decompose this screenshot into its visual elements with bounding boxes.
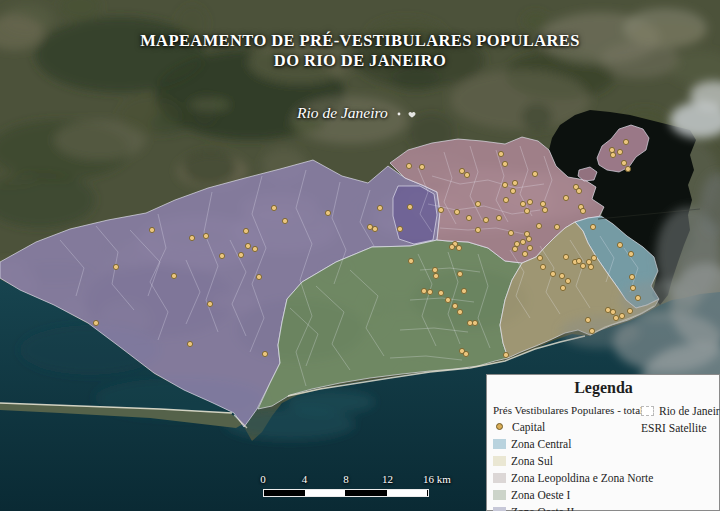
scale-segment <box>304 490 346 496</box>
city-label: Rio de Janeiro <box>297 104 388 122</box>
capital-point <box>203 233 208 238</box>
scale-segment <box>386 490 428 496</box>
scale-bar: 0481216 km <box>263 473 429 497</box>
capital-point <box>617 242 622 247</box>
scale-bar-ticks: 0481216 km <box>263 473 429 487</box>
capital-point <box>452 303 457 308</box>
scale-tick-label: 0 <box>260 473 266 485</box>
map-export: MAPEAMENTO DE PRÉ-VESTIBULARES POPULARES… <box>0 0 720 511</box>
legend-item-label: ESRI Satellite <box>641 422 706 434</box>
capital-point <box>407 204 412 209</box>
capital-point <box>238 252 243 257</box>
capital-point <box>590 224 595 229</box>
capital-point <box>627 308 632 313</box>
zona-leopoldina-e-zona-norte-swatch <box>493 473 506 483</box>
capital-point <box>588 264 593 269</box>
capital-point <box>540 264 545 269</box>
capital-point <box>532 171 537 176</box>
zona-oeste-ii-swatch <box>493 507 506 511</box>
capital-point <box>271 205 276 210</box>
capital-point <box>610 152 615 157</box>
capital-point <box>93 320 98 325</box>
capital-point <box>149 227 154 232</box>
capital-point <box>512 180 517 185</box>
capital-point <box>445 297 450 302</box>
capital-point <box>503 352 508 357</box>
rio-de-janeiro-boundary-swatch <box>641 406 654 416</box>
capital-point <box>576 258 581 263</box>
capital-point <box>367 224 372 229</box>
legend-item-zona-central: Zona Central <box>493 435 641 452</box>
capital-point <box>520 239 525 244</box>
capital-point <box>502 161 507 166</box>
capital-point <box>623 139 628 144</box>
capital-point <box>560 285 565 290</box>
capital-point <box>591 255 596 260</box>
capital-point <box>457 309 462 314</box>
capital-point <box>406 163 411 168</box>
capital-point <box>565 278 570 283</box>
legend-item-label: Capital <box>512 421 545 433</box>
capital-point <box>475 227 480 232</box>
capital-point <box>496 215 501 220</box>
legend-item-esri-satellite: ESRI Satellite <box>641 419 714 436</box>
capital-point <box>325 210 330 215</box>
capital-point <box>586 259 591 264</box>
capital-point <box>514 241 519 246</box>
capital-point <box>464 172 469 177</box>
capital-point <box>512 246 517 251</box>
capital-point <box>563 254 568 259</box>
legend-item-label: Rio de Janeiro <box>659 405 720 417</box>
legend-group-label: Prés Vestibulares Populares - total <box>493 402 641 418</box>
capital-point <box>527 245 532 250</box>
legend-item-zona-oeste-i: Zona Oeste I <box>493 486 641 503</box>
legend-item-label: Zona Oeste I <box>511 489 570 501</box>
capital-point <box>438 290 443 295</box>
zona-central-swatch <box>493 439 506 449</box>
scale-tick-label: 4 <box>302 473 308 485</box>
legend-columns: Prés Vestibulares Populares - total Capi… <box>493 402 714 511</box>
capital-point <box>563 195 568 200</box>
scale-segment <box>346 490 386 496</box>
capital-point <box>498 151 503 156</box>
capital-point <box>510 188 515 193</box>
capital-point <box>524 208 529 213</box>
capital-point <box>207 301 212 306</box>
legend-item-label: Zona Sul <box>511 455 553 467</box>
capital-point <box>580 208 585 213</box>
capital-point <box>630 285 635 290</box>
capital-point <box>449 244 454 249</box>
capital-point <box>459 168 464 173</box>
capital-point <box>524 231 529 236</box>
legend-left-column: Prés Vestibulares Populares - total Capi… <box>493 402 641 511</box>
map-title-line2: DO RIO DE JANEIRO <box>0 51 720 71</box>
scale-segment <box>264 490 304 496</box>
capital-point <box>408 258 413 263</box>
scale-bar-track <box>263 489 429 497</box>
capital-point <box>605 307 610 312</box>
capital-point <box>550 271 555 276</box>
capital-point <box>256 274 261 279</box>
legend: Legenda Prés Vestibulares Populares - to… <box>486 374 720 511</box>
capital-point <box>454 209 459 214</box>
zone-zona-oeste-ii-subzona <box>393 186 437 244</box>
scale-tick-label: 12 <box>382 473 393 485</box>
capital-point <box>527 199 532 204</box>
capital-point <box>542 207 547 212</box>
capital-point <box>372 226 377 231</box>
capital-point <box>609 147 614 152</box>
capital-point <box>262 351 267 356</box>
capital-point <box>472 320 477 325</box>
capital-point <box>421 288 426 293</box>
capital-point <box>628 251 633 256</box>
capital-point <box>619 313 624 318</box>
capital-point <box>467 320 472 325</box>
capital-point <box>540 201 545 206</box>
legend-item-label: Zona Oeste II <box>511 506 574 511</box>
capital-point <box>576 188 581 193</box>
capital-point-icon <box>496 423 503 430</box>
legend-item-zona-oeste-ii: Zona Oeste II <box>493 503 641 511</box>
capital-point <box>610 309 615 314</box>
capital-point <box>461 288 466 293</box>
zona-oeste-i-swatch <box>493 490 506 500</box>
